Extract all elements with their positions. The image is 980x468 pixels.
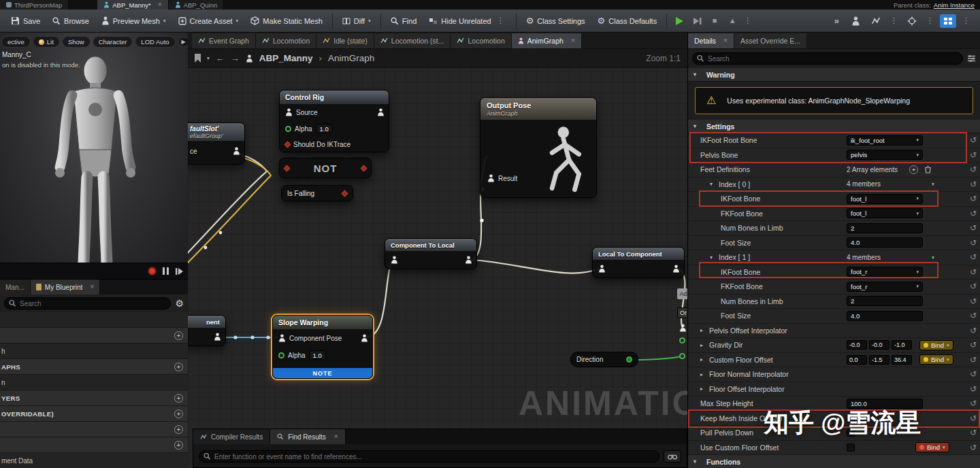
- bookmark-icon[interactable]: [195, 54, 201, 63]
- close-tab-icon[interactable]: ×: [90, 284, 94, 290]
- vector-x-field[interactable]: -0.0: [847, 340, 867, 350]
- float-pin-icon[interactable]: [679, 337, 685, 344]
- list-item[interactable]: n: [0, 375, 188, 390]
- tab-locomotion-st[interactable]: Locomotion (st...: [374, 33, 451, 48]
- row-custom-floor-offset[interactable]: ▸ Custom Floor Offset 0.0 -1.5 36.4 Bind…: [688, 353, 980, 368]
- ikfoot-bone-select[interactable]: foot_r▾: [847, 267, 923, 277]
- debug-filter-button[interactable]: [868, 13, 884, 29]
- reset-to-default-icon[interactable]: ↺: [970, 297, 977, 305]
- record-button[interactable]: [148, 267, 157, 275]
- node-component-to-local[interactable]: Component To Local: [385, 238, 477, 269]
- clear-array-trash-icon[interactable]: [924, 165, 932, 173]
- pose-pin-icon[interactable]: [278, 334, 286, 342]
- find-in-blueprints-button[interactable]: [664, 450, 681, 463]
- debug-object-button[interactable]: [847, 13, 864, 29]
- ikfoot-root-bone-select[interactable]: ik_foot_root▾: [847, 135, 923, 146]
- reset-to-default-icon[interactable]: ↺: [970, 239, 977, 247]
- reset-to-default-icon[interactable]: ↺: [970, 210, 977, 218]
- step-forward-button[interactable]: [175, 267, 184, 275]
- close-tab-icon[interactable]: ×: [334, 433, 338, 440]
- perspective-button[interactable]: ective: [1, 36, 31, 48]
- reset-to-default-icon[interactable]: ↺: [970, 385, 977, 393]
- pause-button[interactable]: [163, 267, 169, 275]
- preview-viewport[interactable]: ective Lit Show Character LOD Auto ▶ Man…: [0, 33, 188, 263]
- section-header[interactable]: +: [0, 328, 188, 344]
- add-icon[interactable]: +: [174, 331, 183, 340]
- play-button[interactable]: [671, 13, 687, 29]
- reset-to-default-icon[interactable]: ↺: [970, 195, 977, 203]
- section-header-layers[interactable]: YERS+: [0, 390, 188, 406]
- fkfoot-bone-select[interactable]: foot_l▾: [847, 208, 923, 218]
- parent-class-link[interactable]: Anim Instance: [934, 1, 975, 9]
- reset-to-default-icon[interactable]: ↺: [970, 444, 977, 452]
- close-tab-icon[interactable]: ×: [723, 37, 728, 44]
- reset-to-default-icon[interactable]: ↺: [970, 282, 977, 290]
- tab-asset-override-editor[interactable]: Asset Override E...: [734, 33, 807, 48]
- float-pin-icon[interactable]: [285, 126, 291, 132]
- bind-dropdown[interactable]: Bind▾: [915, 442, 949, 452]
- tab-find-results[interactable]: Find Results ×: [270, 429, 345, 444]
- use-custom-floor-offset-checkbox[interactable]: [847, 444, 855, 452]
- bool-pin-icon[interactable]: [284, 141, 291, 148]
- reset-to-default-icon[interactable]: ↺: [970, 429, 977, 437]
- row-floor-normal-interpolator[interactable]: ▸ Floor Normal Interpolator ↺: [688, 367, 980, 382]
- stop-button[interactable]: ■: [706, 13, 723, 29]
- class-defaults-button[interactable]: ⚙ Class Defaults: [592, 12, 663, 30]
- pose-pin-icon[interactable]: [598, 265, 606, 273]
- details-search-input[interactable]: [692, 52, 963, 65]
- pose-pin-icon[interactable]: [361, 334, 368, 342]
- lod-auto-button[interactable]: LOD Auto: [135, 36, 175, 48]
- animgraph-canvas[interactable]: ANIMATION ▾ ← → ABP_Manny ›: [188, 49, 687, 468]
- reset-to-default-icon[interactable]: ↺: [970, 356, 977, 364]
- reset-to-default-icon[interactable]: ↺: [970, 414, 977, 422]
- add-icon[interactable]: +: [174, 410, 183, 418]
- node-output-pose[interactable]: Output Pose AnimGraph Result: [480, 97, 597, 198]
- fragment-node-partial[interactable]: Or: [677, 307, 687, 318]
- pose-pin-icon[interactable]: [391, 256, 398, 264]
- tab-details[interactable]: Details ×: [688, 33, 734, 48]
- section-header-functions[interactable]: OVERRIDABLE)+: [0, 406, 188, 422]
- pose-pin-icon[interactable]: [214, 333, 221, 341]
- node-slot-defaultslot[interactable]: faultSlot' efaultGroup' ce: [188, 122, 245, 165]
- ikfoot-bone-select[interactable]: foot_l▾: [847, 194, 923, 204]
- vector-y-field[interactable]: -1.5: [869, 355, 889, 365]
- toolbar-overflow-chevron[interactable]: »: [830, 16, 843, 26]
- frame-skip-button[interactable]: [689, 13, 705, 29]
- reset-to-default-icon[interactable]: ↺: [970, 165, 977, 173]
- reset-to-default-icon[interactable]: ↺: [970, 327, 977, 335]
- vector-z-field[interactable]: -1.0: [892, 340, 912, 350]
- add-icon[interactable]: +: [174, 363, 183, 371]
- reset-to-default-icon[interactable]: ↺: [970, 180, 977, 188]
- pose-pin-icon[interactable]: [672, 265, 680, 273]
- tab-event-graph[interactable]: Event Graph: [192, 33, 256, 48]
- vector-y-field[interactable]: -0.0: [869, 340, 889, 350]
- debug-filter-options-icon[interactable]: ⋮: [888, 16, 900, 25]
- reset-to-default-icon[interactable]: ↺: [970, 312, 977, 320]
- functions-category-header[interactable]: ▾ Functions: [688, 455, 980, 468]
- reset-to-default-icon[interactable]: ↺: [970, 224, 977, 232]
- my-blueprint-search-input[interactable]: [4, 297, 171, 310]
- node-component-partial[interactable]: nent: [188, 315, 226, 346]
- create-asset-button[interactable]: Create Asset ▾: [173, 12, 244, 30]
- vector-z-field[interactable]: 36.4: [892, 355, 912, 365]
- tab-compiler-results[interactable]: Compiler Results: [193, 429, 270, 444]
- bind-dropdown[interactable]: Bind▾: [919, 340, 953, 350]
- pose-pin-icon[interactable]: [465, 256, 472, 264]
- tab-abp-manny[interactable]: ABP_Manny* ×: [97, 0, 168, 10]
- show-menu-button[interactable]: Show: [62, 36, 91, 48]
- layout-grid-button[interactable]: [940, 14, 956, 28]
- bool-pin-icon[interactable]: [361, 165, 368, 171]
- reset-to-default-icon[interactable]: ↺: [970, 399, 977, 407]
- list-item[interactable]: [0, 312, 188, 328]
- add-icon[interactable]: +: [174, 394, 183, 403]
- vector-x-field[interactable]: 0.0: [847, 355, 867, 365]
- pose-pin-icon[interactable]: [679, 324, 687, 332]
- tab-abp-quinn[interactable]: ABP_Quinn: [169, 0, 225, 10]
- find-references-input[interactable]: [199, 450, 659, 463]
- layout-options-icon[interactable]: ⋮: [960, 16, 972, 25]
- tab-idle-state[interactable]: Idle (state): [316, 33, 374, 48]
- bind-dropdown[interactable]: Bind▾: [919, 354, 953, 365]
- alpha-value-field[interactable]: 1.0: [309, 350, 326, 360]
- close-tab-icon[interactable]: ×: [571, 37, 575, 44]
- node-not[interactable]: NOT: [279, 158, 372, 178]
